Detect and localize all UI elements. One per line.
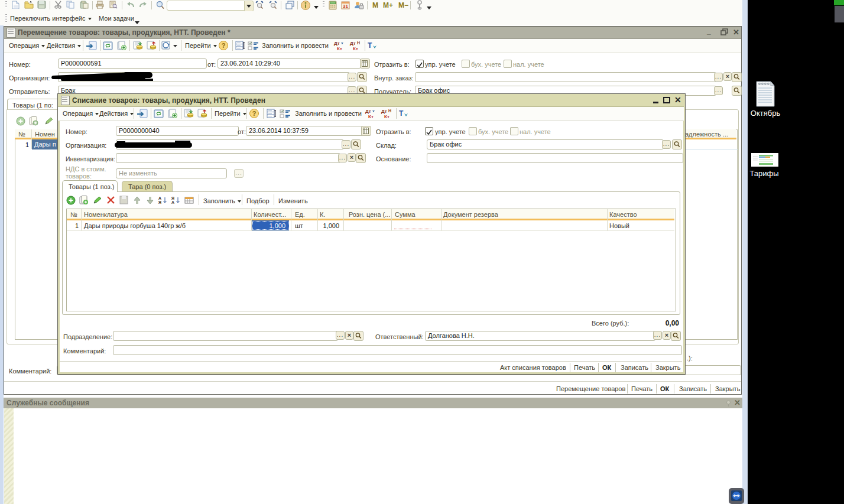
svg-text:Н: Н [388,109,391,113]
svg-text:Кт: Кт [337,46,342,51]
svg-text:Кт: Кт [384,114,389,119]
svg-text:?: ? [222,42,226,49]
svg-text:Дт: Дт [350,41,356,46]
svg-text:Дт: Дт [365,109,371,114]
svg-text:Дт: Дт [381,109,387,114]
svg-text:Кт: Кт [368,114,374,119]
svg-text:Т: Т [399,109,404,118]
svg-text:Т: Т [368,41,372,50]
svg-text:А: А [171,200,174,204]
svg-text:Я: Я [158,200,161,204]
svg-text:Кт: Кт [353,46,358,51]
svg-text:Я: Я [171,196,174,200]
svg-text:31: 31 [343,4,348,9]
svg-text:А: А [158,196,161,200]
svg-text:Дт: Дт [334,41,340,46]
svg-text:?: ? [252,110,257,117]
svg-text:Н: Н [357,41,360,45]
